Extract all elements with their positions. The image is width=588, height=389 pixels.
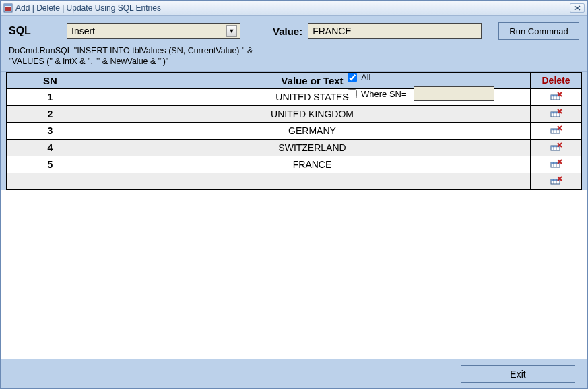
cell-sn: 5	[7, 156, 94, 173]
cell-delete	[531, 88, 582, 105]
col-sn: SN	[7, 72, 94, 88]
delete-row-icon[interactable]	[550, 125, 563, 136]
table-area: SN Value or Text Delete 1UNITED STATES2U…	[1, 72, 587, 190]
table-row: 2UNITED KINGDOM	[7, 105, 582, 122]
chevron-down-icon[interactable]: ▼	[226, 25, 237, 37]
svg-rect-3	[5, 9, 11, 11]
all-label: All	[361, 72, 370, 82]
cell-sn: 2	[7, 105, 94, 122]
delete-row-icon[interactable]	[550, 142, 563, 152]
cell-value: SWITZERLAND	[94, 139, 531, 156]
cell-sn: 1	[7, 88, 94, 105]
table-row: 5FRANCE	[7, 156, 582, 173]
empty-space	[1, 190, 587, 359]
cell-value: GERMANY	[94, 122, 531, 139]
values-table: SN Value or Text Delete 1UNITED STATES2U…	[6, 72, 582, 190]
footer: Exit	[1, 359, 587, 388]
delete-row-icon[interactable]	[550, 108, 563, 119]
sql-combo-value: Insert	[71, 26, 226, 36]
cell-sn: 4	[7, 139, 94, 156]
cell-delete	[531, 173, 582, 189]
exit-button[interactable]: Exit	[461, 365, 575, 383]
where-sn-label: Where SN=	[361, 89, 407, 99]
sql-label: SQL	[9, 25, 61, 37]
cell-value	[94, 173, 531, 189]
control-panel: SQL Insert ▼ Value: Run Commnad DoCmd.Ru…	[1, 16, 587, 72]
cell-delete	[531, 139, 582, 156]
form-icon	[3, 3, 13, 13]
col-delete: Delete	[531, 72, 582, 88]
titlebar: Add | Delete | Update Using SQL Entries	[1, 1, 587, 16]
table-header-row: SN Value or Text Delete	[7, 72, 582, 88]
all-checkbox[interactable]	[348, 73, 357, 82]
cell-delete	[531, 105, 582, 122]
cell-value: UNITED KINGDOM	[94, 105, 531, 122]
where-sn-checkbox[interactable]	[348, 89, 357, 98]
cell-delete	[531, 156, 582, 173]
cell-sn: 3	[7, 122, 94, 139]
value-label: Value:	[273, 26, 302, 37]
value-input[interactable]	[308, 23, 482, 39]
cell-delete	[531, 122, 582, 139]
table-row: 1UNITED STATES	[7, 88, 582, 105]
cell-value: FRANCE	[94, 156, 531, 173]
svg-rect-2	[5, 7, 11, 9]
close-icon[interactable]	[570, 3, 585, 13]
sql-combo[interactable]: Insert ▼	[67, 23, 240, 39]
table-row: 4SWITZERLAND	[7, 139, 582, 156]
cell-sn	[7, 173, 94, 189]
table-row	[7, 173, 582, 189]
sql-code-preview: DoCmd.RunSQL "INSERT INTO tblValues (SN,…	[9, 45, 579, 67]
table-row: 3GERMANY	[7, 122, 582, 139]
delete-row-icon[interactable]	[550, 158, 563, 169]
window-title: Add | Delete | Update Using SQL Entries	[15, 3, 161, 13]
filter-options: All Where SN=	[348, 72, 494, 101]
where-sn-input[interactable]	[414, 86, 494, 101]
run-command-button[interactable]: Run Commnad	[498, 22, 579, 40]
delete-row-icon[interactable]	[550, 175, 563, 186]
app-window: Add | Delete | Update Using SQL Entries …	[0, 0, 588, 389]
delete-row-icon[interactable]	[550, 91, 563, 102]
svg-rect-1	[4, 4, 12, 6]
